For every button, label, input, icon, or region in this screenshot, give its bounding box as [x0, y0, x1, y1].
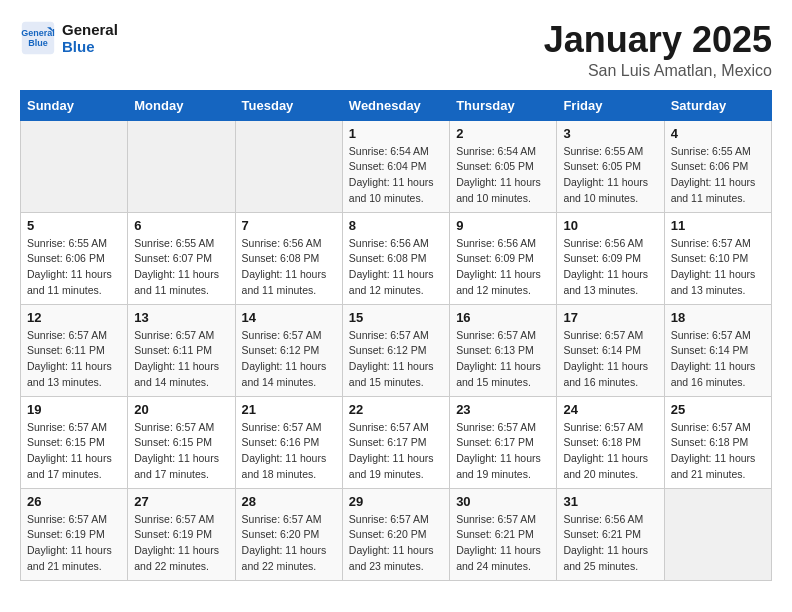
day-info: Sunrise: 6:57 AMSunset: 6:13 PMDaylight:… [456, 328, 550, 391]
day-info: Sunrise: 6:57 AMSunset: 6:14 PMDaylight:… [671, 328, 765, 391]
day-info: Sunrise: 6:55 AMSunset: 6:06 PMDaylight:… [27, 236, 121, 299]
day-info-line: Sunset: 6:19 PM [134, 528, 212, 540]
day-number: 4 [671, 126, 765, 141]
day-info-line: Sunrise: 6:57 AM [563, 421, 643, 433]
header-sunday: Sunday [21, 90, 128, 120]
day-info-line: Sunrise: 6:57 AM [242, 421, 322, 433]
day-info-line: Sunset: 6:04 PM [349, 160, 427, 172]
header-tuesday: Tuesday [235, 90, 342, 120]
day-info-line: Sunset: 6:05 PM [563, 160, 641, 172]
day-info: Sunrise: 6:57 AMSunset: 6:20 PMDaylight:… [242, 512, 336, 575]
calendar-cell: 25Sunrise: 6:57 AMSunset: 6:18 PMDayligh… [664, 396, 771, 488]
day-info-line: Sunset: 6:16 PM [242, 436, 320, 448]
calendar-cell: 10Sunrise: 6:56 AMSunset: 6:09 PMDayligh… [557, 212, 664, 304]
calendar-cell: 16Sunrise: 6:57 AMSunset: 6:13 PMDayligh… [450, 304, 557, 396]
day-info: Sunrise: 6:54 AMSunset: 6:04 PMDaylight:… [349, 144, 443, 207]
day-info: Sunrise: 6:57 AMSunset: 6:10 PMDaylight:… [671, 236, 765, 299]
day-info-line: Sunrise: 6:57 AM [671, 237, 751, 249]
day-info-line: Daylight: 11 hours and 10 minutes. [349, 176, 434, 204]
day-number: 6 [134, 218, 228, 233]
calendar-cell: 21Sunrise: 6:57 AMSunset: 6:16 PMDayligh… [235, 396, 342, 488]
day-info-line: Daylight: 11 hours and 16 minutes. [563, 360, 648, 388]
day-number: 26 [27, 494, 121, 509]
day-info: Sunrise: 6:57 AMSunset: 6:16 PMDaylight:… [242, 420, 336, 483]
day-info-line: Sunset: 6:21 PM [563, 528, 641, 540]
day-number: 10 [563, 218, 657, 233]
day-info-line: Daylight: 11 hours and 12 minutes. [349, 268, 434, 296]
day-info-line: Sunset: 6:20 PM [349, 528, 427, 540]
day-info-line: Sunrise: 6:56 AM [563, 237, 643, 249]
day-number: 23 [456, 402, 550, 417]
day-number: 20 [134, 402, 228, 417]
day-number: 25 [671, 402, 765, 417]
calendar-cell [21, 120, 128, 212]
day-info-line: Sunrise: 6:54 AM [456, 145, 536, 157]
calendar-cell: 24Sunrise: 6:57 AMSunset: 6:18 PMDayligh… [557, 396, 664, 488]
day-info-line: Sunrise: 6:57 AM [456, 513, 536, 525]
calendar-cell: 17Sunrise: 6:57 AMSunset: 6:14 PMDayligh… [557, 304, 664, 396]
day-info-line: Sunset: 6:06 PM [671, 160, 749, 172]
day-info-line: Sunset: 6:06 PM [27, 252, 105, 264]
day-info-line: Sunrise: 6:57 AM [27, 513, 107, 525]
day-info-line: Daylight: 11 hours and 22 minutes. [242, 544, 327, 572]
day-info-line: Daylight: 11 hours and 17 minutes. [134, 452, 219, 480]
header-thursday: Thursday [450, 90, 557, 120]
calendar-cell: 7Sunrise: 6:56 AMSunset: 6:08 PMDaylight… [235, 212, 342, 304]
day-info: Sunrise: 6:57 AMSunset: 6:20 PMDaylight:… [349, 512, 443, 575]
day-info-line: Sunset: 6:17 PM [456, 436, 534, 448]
day-info: Sunrise: 6:55 AMSunset: 6:07 PMDaylight:… [134, 236, 228, 299]
calendar-cell: 23Sunrise: 6:57 AMSunset: 6:17 PMDayligh… [450, 396, 557, 488]
month-title: January 2025 [544, 20, 772, 60]
day-info-line: Sunset: 6:11 PM [27, 344, 105, 356]
day-info-line: Sunrise: 6:57 AM [456, 421, 536, 433]
calendar-cell: 2Sunrise: 6:54 AMSunset: 6:05 PMDaylight… [450, 120, 557, 212]
day-info-line: Daylight: 11 hours and 23 minutes. [349, 544, 434, 572]
day-info: Sunrise: 6:57 AMSunset: 6:15 PMDaylight:… [134, 420, 228, 483]
day-info-line: Daylight: 11 hours and 14 minutes. [242, 360, 327, 388]
svg-text:General: General [21, 28, 55, 38]
calendar-week-3: 12Sunrise: 6:57 AMSunset: 6:11 PMDayligh… [21, 304, 772, 396]
day-number: 7 [242, 218, 336, 233]
day-number: 12 [27, 310, 121, 325]
day-info-line: Sunrise: 6:54 AM [349, 145, 429, 157]
day-info-line: Daylight: 11 hours and 11 minutes. [242, 268, 327, 296]
header-friday: Friday [557, 90, 664, 120]
day-number: 18 [671, 310, 765, 325]
day-info: Sunrise: 6:54 AMSunset: 6:05 PMDaylight:… [456, 144, 550, 207]
calendar-cell: 26Sunrise: 6:57 AMSunset: 6:19 PMDayligh… [21, 488, 128, 580]
day-info-line: Daylight: 11 hours and 11 minutes. [671, 176, 756, 204]
logo-icon: General Blue [20, 20, 56, 56]
day-info-line: Sunset: 6:15 PM [27, 436, 105, 448]
day-number: 17 [563, 310, 657, 325]
day-info: Sunrise: 6:56 AMSunset: 6:09 PMDaylight:… [456, 236, 550, 299]
calendar-cell: 6Sunrise: 6:55 AMSunset: 6:07 PMDaylight… [128, 212, 235, 304]
day-info-line: Sunrise: 6:57 AM [242, 513, 322, 525]
day-info-line: Daylight: 11 hours and 15 minutes. [349, 360, 434, 388]
calendar-cell: 22Sunrise: 6:57 AMSunset: 6:17 PMDayligh… [342, 396, 449, 488]
day-info-line: Sunset: 6:12 PM [242, 344, 320, 356]
day-info-line: Sunrise: 6:56 AM [456, 237, 536, 249]
day-info-line: Sunset: 6:17 PM [349, 436, 427, 448]
day-info-line: Sunrise: 6:57 AM [134, 329, 214, 341]
day-info-line: Sunset: 6:14 PM [563, 344, 641, 356]
calendar-cell: 27Sunrise: 6:57 AMSunset: 6:19 PMDayligh… [128, 488, 235, 580]
day-info-line: Sunrise: 6:55 AM [671, 145, 751, 157]
calendar-cell: 18Sunrise: 6:57 AMSunset: 6:14 PMDayligh… [664, 304, 771, 396]
day-info-line: Sunset: 6:09 PM [456, 252, 534, 264]
calendar-cell: 19Sunrise: 6:57 AMSunset: 6:15 PMDayligh… [21, 396, 128, 488]
day-info: Sunrise: 6:57 AMSunset: 6:19 PMDaylight:… [27, 512, 121, 575]
calendar-cell: 1Sunrise: 6:54 AMSunset: 6:04 PMDaylight… [342, 120, 449, 212]
day-number: 22 [349, 402, 443, 417]
day-number: 2 [456, 126, 550, 141]
day-info-line: Daylight: 11 hours and 11 minutes. [134, 268, 219, 296]
calendar-cell: 14Sunrise: 6:57 AMSunset: 6:12 PMDayligh… [235, 304, 342, 396]
day-info-line: Sunrise: 6:57 AM [349, 513, 429, 525]
day-info-line: Sunset: 6:07 PM [134, 252, 212, 264]
day-info-line: Sunrise: 6:56 AM [563, 513, 643, 525]
day-info-line: Sunset: 6:20 PM [242, 528, 320, 540]
calendar-cell [664, 488, 771, 580]
day-info: Sunrise: 6:57 AMSunset: 6:18 PMDaylight:… [563, 420, 657, 483]
calendar-cell: 20Sunrise: 6:57 AMSunset: 6:15 PMDayligh… [128, 396, 235, 488]
day-info: Sunrise: 6:57 AMSunset: 6:14 PMDaylight:… [563, 328, 657, 391]
day-info-line: Daylight: 11 hours and 22 minutes. [134, 544, 219, 572]
